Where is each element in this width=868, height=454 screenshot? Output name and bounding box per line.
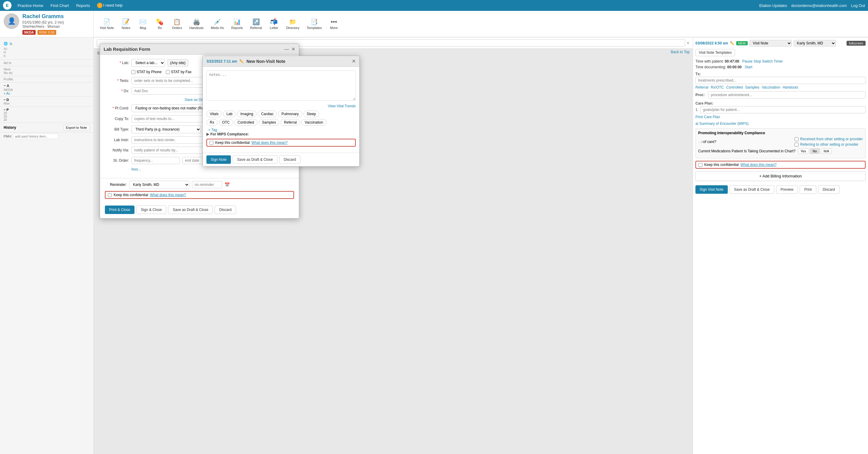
visit-type-select[interactable]: Visit Note (749, 40, 792, 47)
preview-button[interactable]: Preview (776, 185, 798, 194)
mips-summary-link[interactable]: al Summary of Encounter (MIPS) (695, 122, 866, 126)
tx-vaccination-link[interactable]: Vaccination (762, 85, 780, 89)
lab-discard-button[interactable]: Discard (215, 206, 236, 214)
non-visit-save-draft-button[interactable]: Save as Draft & Close (233, 155, 277, 164)
right-pane-print-button[interactable]: Print (800, 185, 816, 194)
right-pane-confidential-link[interactable]: What does this mean? (740, 162, 776, 167)
tag-pulmonary[interactable]: Pulmonary (278, 111, 302, 117)
tag-sleep[interactable]: Sleep (304, 111, 319, 117)
tx-rx-otc-link[interactable]: Rx/OTC (711, 85, 724, 89)
switch-timer-link[interactable]: Switch Timer (762, 59, 783, 63)
add-allergy-link[interactable]: + Ac (4, 92, 90, 95)
toolbar-reports[interactable]: 📊 Reports (228, 17, 246, 31)
referring-link[interactable]: Referring to other setting or provider (800, 142, 859, 147)
view-vital-trends-link[interactable]: View Vital Trends (207, 104, 356, 108)
back-to-top-link[interactable]: Back to Top (671, 50, 690, 54)
notes-textarea[interactable] (207, 70, 356, 101)
lab-sign-close-button[interactable]: Sign & Close (136, 206, 166, 214)
pause-link[interactable]: Pause (742, 59, 752, 63)
right-pane-confidential-checkbox[interactable] (699, 163, 702, 167)
nav-find-chart[interactable]: Find Chart (48, 2, 72, 9)
tag-imaging[interactable]: Imaging (237, 111, 256, 117)
toolbar-handouts[interactable]: 🖨️ Handouts (186, 17, 207, 31)
bill-type-select[interactable]: Third Party (e.g. Insurance) (131, 125, 201, 133)
tx-handouts-link[interactable]: Handouts (783, 85, 798, 89)
sign-visit-note-button[interactable]: Sign Visit Note (695, 185, 728, 194)
tag-lab[interactable]: Lab (223, 111, 236, 117)
stat-phone-checkbox[interactable]: STAT by Phone (131, 70, 162, 74)
print-care-plan-link[interactable]: Print Care Plan (695, 115, 720, 119)
stat-fax-checkbox[interactable]: STAT by Fax (166, 70, 192, 74)
non-visit-confidential-link[interactable]: What does this mean? (251, 141, 287, 145)
toolbar-letter[interactable]: 📬 Letter (266, 17, 282, 31)
right-pane-save-draft-button[interactable]: Save as Draft & Close (730, 185, 774, 194)
toolbar-msg[interactable]: ✉️ Msg (135, 17, 151, 31)
tag-vaccination[interactable]: Vaccination (301, 119, 327, 126)
non-visit-confidential-checkbox[interactable] (210, 141, 213, 145)
right-pane-discard-button[interactable]: Discard (818, 185, 840, 194)
reminder-select[interactable]: Karly Smith, MD (129, 181, 189, 189)
stop-link[interactable]: Stop (753, 59, 761, 63)
pmh-input[interactable] (13, 133, 58, 139)
tag-controlled[interactable]: Controlled (234, 119, 257, 126)
non-visit-edit-icon[interactable]: ✏️ (239, 59, 244, 63)
tx-samples-link[interactable]: Samples (745, 85, 760, 89)
st-order-frequency[interactable] (131, 157, 180, 164)
referring-checkbox[interactable]: Referring to other setting or provider (795, 142, 863, 147)
proc-input[interactable] (708, 91, 866, 98)
toolbar-orders[interactable]: 📋 Orders (169, 17, 185, 31)
reminder-date-input[interactable] (192, 181, 222, 188)
pt-cond-select[interactable]: Fasting or non-fasting does not matter (… (131, 104, 210, 112)
lab-modal-minimize-button[interactable]: — (284, 47, 289, 52)
app-logo[interactable]: E (3, 1, 11, 10)
non-visit-modal-close-button[interactable]: ✕ (352, 58, 356, 64)
current-meds-no-button[interactable]: No (810, 148, 819, 154)
user-account-link[interactable]: doctordemo@elationhealth.com (791, 3, 847, 8)
tx-controlled-link[interactable]: Controlled (726, 85, 743, 89)
lab-print-close-button[interactable]: Print & Close (105, 206, 134, 214)
lab-save-draft-button[interactable]: Save as Draft & Close (168, 206, 213, 214)
tag-samples[interactable]: Samples (259, 119, 280, 126)
start-link[interactable]: Start (745, 65, 752, 69)
search-clear-icon[interactable]: ✕ (686, 41, 690, 46)
tag-rx[interactable]: Rx (207, 119, 218, 126)
lab-confidential-checkbox[interactable] (108, 193, 112, 197)
toolbar-notes[interactable]: 📝 Notes (118, 17, 134, 31)
elation-updates-link[interactable]: Elation Updates (759, 3, 787, 8)
toolbar-visit-note[interactable]: 📄 Visit Note (97, 17, 117, 31)
tag-cardiac[interactable]: Cardiac (258, 111, 277, 117)
care-plan-input[interactable] (700, 106, 866, 113)
fullscreen-button[interactable]: fullscreen (846, 41, 866, 46)
logout-link[interactable]: Log Out (851, 3, 865, 8)
toolbar-directory[interactable]: 📁 Directory (283, 17, 303, 31)
sign-note-button[interactable]: Sign Note (207, 155, 231, 164)
nav-reports[interactable]: Reports (73, 2, 93, 9)
toolbar-more[interactable]: ••• More (326, 17, 342, 31)
lab-modal-close-button[interactable]: ✕ (291, 46, 295, 52)
provider-select[interactable]: Karly Smith, MD (794, 40, 836, 47)
lab-select[interactable]: Select a lab... (131, 59, 165, 67)
less-link[interactable]: less... (131, 167, 294, 171)
received-checkbox[interactable]: Received from other setting or provider (795, 137, 863, 141)
patient-name[interactable]: Rachel Gramms (22, 13, 64, 20)
received-link[interactable]: Received from other setting or provider (800, 137, 863, 141)
tag-otc[interactable]: OTC (219, 119, 233, 126)
non-visit-discard-button[interactable]: Discard (279, 155, 301, 164)
current-meds-yes-button[interactable]: Yes (798, 148, 809, 154)
tag-referral[interactable]: Referral (280, 119, 300, 126)
export-to-note-button[interactable]: Export to Note (63, 125, 90, 130)
toolbar-meds-hx[interactable]: 💉 Meds Hx (208, 17, 227, 31)
toolbar-rx[interactable]: 💊 Rx (152, 17, 168, 31)
sidebar-chart-link[interactable]: N (10, 42, 12, 46)
current-meds-na-button[interactable]: N/A (821, 148, 832, 154)
nav-practice-home[interactable]: Practice Home (14, 2, 46, 9)
toolbar-templates[interactable]: 📑 Templates (304, 17, 325, 31)
tag-vitals[interactable]: Vitals (207, 111, 222, 117)
lab-confidential-link[interactable]: What does this mean? (150, 193, 186, 197)
visit-note-edit-icon[interactable]: ✏️ (730, 41, 735, 46)
toolbar-referral[interactable]: ↗️ Referral (247, 17, 265, 31)
tx-referral-link[interactable]: Referral (695, 85, 708, 89)
nav-help[interactable]: !I need help (94, 1, 125, 9)
tx-input[interactable] (695, 77, 866, 84)
add-billing-button[interactable]: + Add Billing Information (695, 171, 866, 181)
